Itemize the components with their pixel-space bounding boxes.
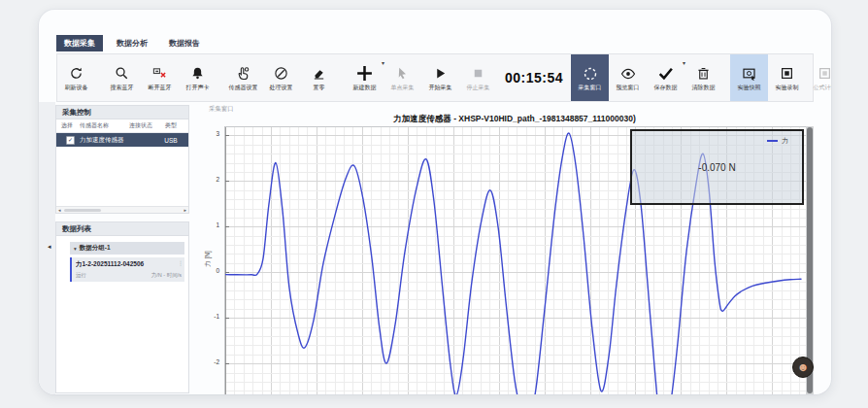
trash-icon xyxy=(696,65,711,82)
save-data-button[interactable]: ▾ 保存数据 xyxy=(647,54,684,101)
experiment-snapshot-button[interactable]: 实验快照 xyxy=(730,54,768,101)
toolbar-group-device: 刷新设备 xyxy=(57,54,95,101)
single-point-acquire-button[interactable]: 单点采集 xyxy=(384,54,421,101)
desktop: 数据采集 数据分析 数据报告 刷新设备 搜索蓝牙 xyxy=(0,0,868,408)
horizontal-scrollbar[interactable]: ◂ ▸ xyxy=(56,206,188,213)
data-group-header[interactable]: ▾ 数据分组-1 xyxy=(70,242,184,255)
y-tick-label: -2 xyxy=(214,359,219,366)
data-list-panel: 数据列表 ▾ 数据分组-1 力1-2-20251112-042506 运行 力/… xyxy=(55,221,189,393)
column-select: 选择 xyxy=(56,121,80,130)
column-sensor-name: 传感器名称 xyxy=(80,121,124,130)
data-list-body: ▾ 数据分组-1 力1-2-20251112-042506 运行 力/N - 时… xyxy=(55,236,189,393)
y-tick-label: 2 xyxy=(216,177,219,184)
chart-title: 力加速度传感器 - XHSP-V10HID_path_-1981348857_1… xyxy=(224,114,805,125)
search-icon xyxy=(115,65,129,82)
hand-sensor-icon xyxy=(236,65,250,82)
preview-window-button[interactable]: 预览窗口 xyxy=(609,54,647,101)
legend-line-icon xyxy=(767,140,778,142)
play-icon xyxy=(433,65,448,82)
app-window: 数据采集 数据分析 数据报告 刷新设备 搜索蓝牙 xyxy=(39,10,831,394)
toolbar-group-connection: 搜索蓝牙 断开蓝牙 打开声卡 xyxy=(103,54,217,101)
legend-label: 力 xyxy=(782,136,788,146)
snapshot-icon xyxy=(742,65,757,82)
scroll-left-icon[interactable]: ◂ xyxy=(58,208,61,213)
y-tick-label: 3 xyxy=(216,131,219,138)
data-item[interactable]: 力1-2-20251112-042506 运行 力/N - 时间/s ⋮ xyxy=(70,257,184,282)
clear-data-button[interactable]: 清除数据 xyxy=(684,54,722,101)
formula-calc-button[interactable]: 公式计算 xyxy=(806,54,831,101)
eraser-icon xyxy=(312,65,326,82)
formula-icon xyxy=(818,65,831,82)
chart-legend[interactable]: 力 xyxy=(767,136,788,146)
data-item-status: 运行 xyxy=(76,272,86,279)
dashed-circle-icon xyxy=(583,65,598,82)
vertical-scrollbar[interactable] xyxy=(806,126,814,394)
tab-data-acquisition[interactable]: 数据采集 xyxy=(56,35,103,51)
stop-acquisition-button[interactable]: 停止采集 xyxy=(459,54,497,101)
data-group-label: 数据分组-1 xyxy=(80,244,111,253)
pen-circle-icon xyxy=(274,65,288,82)
column-connect-status: 连接状态 xyxy=(124,121,157,130)
toolbar-group-window: 采集窗口 预览窗口 ▾ 保存数据 xyxy=(571,54,722,101)
sensor-table: 选择 传感器名称 连接状态 类型 ✓ 力加速度传感器 USB ◂ ▸ xyxy=(55,119,189,214)
data-item-axes: 力/N - 时间/s xyxy=(151,272,182,279)
sensor-table-header: 选择 传感器名称 连接状态 类型 xyxy=(56,119,188,133)
chevron-down-icon: ▾ xyxy=(74,246,77,252)
refresh-icon xyxy=(69,65,83,82)
scrollbar-thumb[interactable] xyxy=(64,209,101,212)
y-tick-label: -1 xyxy=(214,314,219,321)
toolbar-group-experiment: 实验快照 实验录制 公式计算 xyxy=(730,54,831,101)
column-type: 类型 xyxy=(157,121,184,130)
acquisition-window-button[interactable]: 采集窗口 xyxy=(571,54,609,101)
experiment-record-button[interactable]: 实验录制 xyxy=(768,54,806,101)
disconnect-bluetooth-button[interactable]: 断开蓝牙 xyxy=(141,54,179,101)
assistant-avatar-button[interactable]: ☻ xyxy=(792,357,814,378)
new-data-button[interactable]: ▾ 新建数据 xyxy=(346,54,384,101)
acquisition-window-label: 采集窗口 xyxy=(209,105,234,114)
sensor-checkbox[interactable]: ✓ xyxy=(66,136,75,145)
search-bluetooth-button[interactable]: 搜索蓝牙 xyxy=(103,54,141,101)
sensor-name: 力加速度传感器 xyxy=(80,136,124,145)
cursor-icon xyxy=(395,65,410,82)
annotation-value: -0.070 N xyxy=(698,162,735,173)
toolbar-group-acquire: ▾ 新建数据 单点采集 开始采集 xyxy=(346,54,497,101)
sidebar-collapse-icon[interactable]: ◂ xyxy=(48,243,51,250)
record-icon xyxy=(780,65,794,82)
scroll-right-icon[interactable]: ▸ xyxy=(184,208,186,213)
collect-control-panel-title: 采集控制 xyxy=(55,105,189,119)
start-acquisition-button[interactable]: 开始采集 xyxy=(421,54,459,101)
open-soundcard-button[interactable]: 打开声卡 xyxy=(179,54,217,101)
chart-plot-area[interactable]: -0.070 N 力 xyxy=(224,126,807,394)
refresh-device-button[interactable]: 刷新设备 xyxy=(57,54,95,101)
stop-icon xyxy=(471,65,485,82)
processing-settings-button[interactable]: 处理设置 xyxy=(262,54,300,101)
tab-data-report[interactable]: 数据报告 xyxy=(161,35,208,51)
data-item-title: 力1-2-20251112-042506 xyxy=(76,260,182,269)
toolbar-group-settings: 传感器设置 处理设置 置零 xyxy=(224,54,338,101)
check-icon xyxy=(657,65,674,82)
table-row-force-sensor[interactable]: ✓ 力加速度传感器 USB xyxy=(56,133,188,147)
more-options-icon[interactable]: ⋮ xyxy=(178,260,184,266)
sidebar: 采集控制 选择 传感器名称 连接状态 类型 ✓ 力加速度传感器 USB ◂ xyxy=(55,105,189,214)
y-tick-label: 0 xyxy=(216,268,219,275)
sensor-type: USB xyxy=(157,137,184,144)
data-list-panel-title: 数据列表 xyxy=(55,221,189,236)
scrollbar-thumb[interactable] xyxy=(807,127,813,393)
main-tab-bar: 数据采集 数据分析 数据报告 xyxy=(56,35,208,51)
set-zero-button[interactable]: 置零 xyxy=(300,54,338,101)
y-axis-ticks: 3210-1-2 xyxy=(194,126,221,394)
bell-icon xyxy=(190,65,205,82)
plus-icon xyxy=(355,65,374,82)
y-tick-label: 1 xyxy=(216,222,219,229)
sensor-settings-button[interactable]: 传感器设置 xyxy=(224,54,262,101)
tab-data-analysis[interactable]: 数据分析 xyxy=(109,35,155,51)
bluetooth-disconnect-icon xyxy=(152,65,167,82)
eye-icon xyxy=(620,65,636,82)
toolbar: 刷新设备 搜索蓝牙 断开蓝牙 xyxy=(56,53,814,102)
acquisition-timer: 00:15:54 xyxy=(505,54,563,101)
